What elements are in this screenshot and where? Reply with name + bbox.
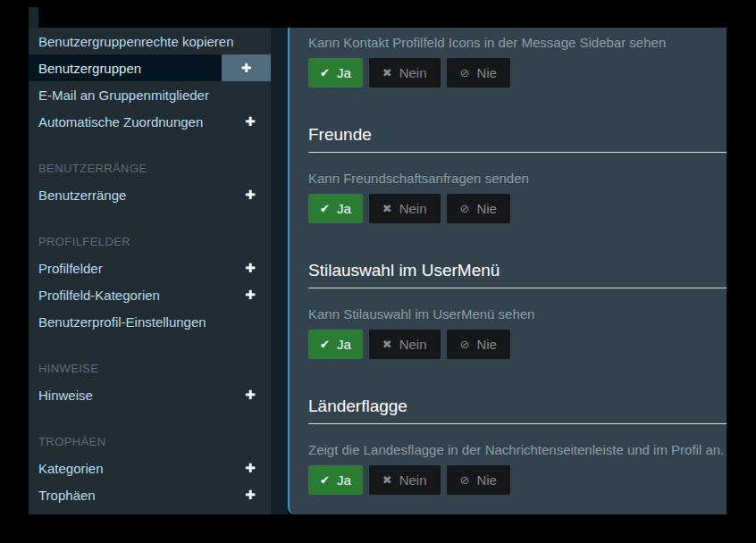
panel-gap bbox=[271, 28, 288, 514]
sidebar-item-label: E-Mail an Gruppenmitglieder bbox=[29, 88, 271, 103]
option-button-label: Nie bbox=[476, 201, 497, 216]
sidebar-section-header-hinweise: HINWEISE bbox=[29, 355, 271, 381]
sidebar-item-label: Benutzerprofil-Einstellungen bbox=[29, 314, 271, 330]
option-button-label: Ja bbox=[337, 201, 351, 216]
sidebar-section-header-profilfelder: PROFILFELDER bbox=[29, 228, 271, 255]
sidebar-item-benutzergruppen[interactable]: Benutzergruppen✚ bbox=[29, 54, 271, 81]
sidebar-item-benutzergruppenrechte-kopieren[interactable]: Benutzergruppenrechte kopieren bbox=[29, 28, 271, 54]
permission-section-länderflagge: LänderflaggeZeigt die Landesflagge in de… bbox=[308, 395, 727, 495]
sidebar-item-label: Kategorien bbox=[29, 461, 245, 476]
option-button-label: Nein bbox=[399, 472, 427, 488]
option-button-label: Nie bbox=[476, 337, 497, 352]
option-button-label: Ja bbox=[337, 65, 351, 80]
plus-icon[interactable]: ✚ bbox=[245, 115, 271, 128]
option-button-label: Nein bbox=[399, 65, 427, 80]
sidebar-item-label: Benutzerränge bbox=[29, 188, 245, 203]
section-heading: Länderflagge bbox=[308, 395, 727, 418]
option-button-nie[interactable]: ⊘Nie bbox=[447, 465, 510, 495]
plus-icon[interactable]: ✚ bbox=[245, 388, 271, 401]
option-button-nein[interactable]: ✖Nein bbox=[369, 58, 441, 88]
permission-description: Kann Stilauswahl im UserMenü sehen bbox=[308, 305, 727, 323]
times-icon: ✖ bbox=[382, 203, 392, 214]
option-button-label: Nein bbox=[399, 337, 427, 352]
option-button-label: Nein bbox=[399, 201, 427, 216]
option-button-ja[interactable]: ✔Ja bbox=[308, 194, 363, 223]
permissions-panel: Kann Kontakt Profilfeld Icons in der Mes… bbox=[288, 28, 727, 514]
permission-description: Zeigt die Landesflagge in der Nachrichte… bbox=[308, 440, 727, 459]
check-icon: ✔ bbox=[320, 67, 330, 79]
section-heading: Stilauswahl im UserMenü bbox=[308, 259, 727, 282]
permission-section: Kann Kontakt Profilfeld Icons in der Mes… bbox=[308, 33, 727, 88]
permission-section-freunde: FreundeKann Freundschaftsanfragen senden… bbox=[308, 123, 727, 223]
ban-icon: ⊘ bbox=[460, 67, 470, 79]
permission-section-stilauswahl-im-usermenü: Stilauswahl im UserMenüKann Stilauswahl … bbox=[308, 259, 727, 359]
sidebar-section-label: TROPHÄEN bbox=[29, 435, 105, 448]
section-heading: Freunde bbox=[308, 123, 727, 146]
sidebar-item-profilfelder[interactable]: Profilfelder✚ bbox=[29, 255, 271, 281]
section-divider bbox=[308, 152, 727, 153]
sidebar-item-benutzerränge[interactable]: Benutzerränge✚ bbox=[29, 181, 271, 208]
permission-option-group: ✔Ja✖Nein⊘Nie bbox=[308, 194, 727, 223]
check-icon: ✔ bbox=[320, 338, 330, 350]
section-divider bbox=[308, 423, 727, 424]
option-button-nein[interactable]: ✖Nein bbox=[369, 330, 441, 359]
sidebar-section-label: BENUTZERRÄNGE bbox=[29, 162, 147, 175]
window-edge-fragment bbox=[29, 7, 38, 28]
check-icon: ✔ bbox=[320, 203, 330, 214]
sidebar-item-e-mail-an-gruppenmitglieder[interactable]: E-Mail an Gruppenmitglieder bbox=[29, 81, 271, 108]
plus-icon[interactable]: ✚ bbox=[245, 188, 271, 201]
sidebar-item-label: Hinweise bbox=[29, 388, 245, 403]
option-button-label: Ja bbox=[337, 337, 351, 352]
times-icon: ✖ bbox=[382, 474, 392, 486]
sidebar-item-label: Benutzergruppen bbox=[29, 61, 222, 76]
plus-icon[interactable]: ✚ bbox=[222, 54, 271, 81]
plus-icon[interactable]: ✚ bbox=[245, 288, 271, 301]
sidebar-item-kategorien[interactable]: Kategorien✚ bbox=[29, 455, 271, 481]
admin-sidebar-menu: Benutzergruppenrechte kopierenBenutzergr… bbox=[29, 28, 271, 514]
option-button-label: Ja bbox=[337, 472, 351, 488]
option-button-label: Nie bbox=[476, 65, 497, 80]
sidebar-section-label: PROFILFELDER bbox=[29, 235, 130, 248]
sidebar-section-header-trophäen: TROPHÄEN bbox=[29, 428, 271, 455]
permission-option-group: ✔Ja✖Nein⊘Nie bbox=[308, 58, 727, 88]
check-icon: ✔ bbox=[320, 474, 330, 486]
sidebar-section-header-benutzerränge: BENUTZERRÄNGE bbox=[29, 155, 271, 181]
sidebar-item-label: Trophäen bbox=[29, 488, 245, 503]
plus-icon[interactable]: ✚ bbox=[245, 462, 271, 474]
option-button-ja[interactable]: ✔Ja bbox=[308, 465, 363, 495]
sidebar-item-hinweise[interactable]: Hinweise✚ bbox=[29, 381, 271, 408]
sidebar-section-label: HINWEISE bbox=[29, 362, 98, 375]
option-button-label: Nie bbox=[476, 472, 497, 488]
option-button-nie[interactable]: ⊘Nie bbox=[447, 194, 510, 223]
sidebar-item-label: Benutzergruppenrechte kopieren bbox=[29, 34, 271, 49]
plus-icon[interactable]: ✚ bbox=[245, 262, 271, 274]
plus-icon[interactable]: ✚ bbox=[245, 489, 271, 501]
sidebar-item-label: Automatische Zuordnungen bbox=[29, 114, 245, 129]
sidebar-item-benutzerprofil-einstellungen[interactable]: Benutzerprofil-Einstellungen bbox=[29, 308, 271, 335]
ban-icon: ⊘ bbox=[460, 474, 470, 486]
permission-option-group: ✔Ja✖Nein⊘Nie bbox=[308, 465, 727, 495]
times-icon: ✖ bbox=[382, 338, 392, 350]
times-icon: ✖ bbox=[382, 67, 392, 79]
sidebar-item-label: Profilfelder bbox=[29, 261, 245, 276]
permission-description: Kann Freundschaftsanfragen senden bbox=[308, 169, 727, 188]
option-button-ja[interactable]: ✔Ja bbox=[308, 330, 363, 359]
sidebar-item-profilfeld-kategorien[interactable]: Profilfeld-Kategorien✚ bbox=[29, 281, 271, 308]
sidebar-item-automatische-zuordnungen[interactable]: Automatische Zuordnungen✚ bbox=[29, 108, 271, 135]
section-divider bbox=[308, 288, 727, 288]
ban-icon: ⊘ bbox=[460, 338, 470, 350]
option-button-ja[interactable]: ✔Ja bbox=[308, 58, 363, 88]
option-button-nein[interactable]: ✖Nein bbox=[369, 194, 441, 223]
ban-icon: ⊘ bbox=[460, 203, 470, 214]
permission-option-group: ✔Ja✖Nein⊘Nie bbox=[308, 330, 727, 359]
option-button-nie[interactable]: ⊘Nie bbox=[447, 58, 510, 88]
option-button-nein[interactable]: ✖Nein bbox=[369, 465, 441, 495]
sidebar-item-trophäen[interactable]: Trophäen✚ bbox=[29, 481, 271, 508]
sidebar-item-label: Profilfeld-Kategorien bbox=[29, 288, 245, 303]
permission-description: Kann Kontakt Profilfeld Icons in der Mes… bbox=[308, 33, 727, 52]
option-button-nie[interactable]: ⊘Nie bbox=[447, 330, 510, 359]
